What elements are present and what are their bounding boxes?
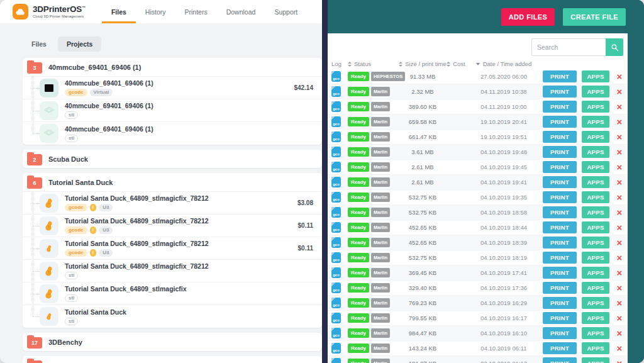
tab-projects[interactable]: Projects <box>58 36 101 52</box>
print-button[interactable]: PRINT <box>543 191 577 203</box>
gcode-log-icon[interactable]: gco <box>331 162 341 172</box>
column-header-cost[interactable]: Cost <box>445 60 467 67</box>
nav-item-files[interactable]: Files <box>102 0 136 23</box>
delete-icon[interactable]: × <box>613 343 626 353</box>
delete-icon[interactable]: × <box>613 162 626 172</box>
gcode-log-icon[interactable]: gco <box>331 222 341 233</box>
file-row[interactable]: Tutorial Santa Duck_64809_stlmagicfix_78… <box>23 260 322 282</box>
apps-button[interactable]: APPS <box>582 267 609 279</box>
apps-button[interactable]: APPS <box>582 161 609 173</box>
delete-icon[interactable]: × <box>613 117 626 126</box>
gcode-log-icon[interactable]: gco <box>331 116 341 127</box>
apps-button[interactable]: APPS <box>582 101 609 113</box>
delete-icon[interactable]: × <box>613 132 626 142</box>
nav-item-support[interactable]: Support <box>265 0 307 23</box>
file-row[interactable]: 40mmcube_69401_69406 (1)stl <box>23 122 322 145</box>
delete-icon[interactable]: × <box>613 177 626 187</box>
project-folder-row[interactable]: 6Tutorial Santa Duck <box>23 173 322 191</box>
delete-icon[interactable]: × <box>613 147 626 157</box>
delete-icon[interactable]: × <box>613 359 626 363</box>
apps-button[interactable]: APPS <box>582 70 609 82</box>
print-button[interactable]: PRINT <box>543 101 577 113</box>
gcode-log-icon[interactable]: gco <box>331 267 341 278</box>
apps-button[interactable]: APPS <box>582 131 609 143</box>
apps-button[interactable]: APPS <box>582 146 609 158</box>
project-folder-row[interactable]: 2Scuba Duck <box>23 150 322 168</box>
file-row[interactable]: Tutorial Santa Duck_64809_stlmagicfix_78… <box>23 237 322 260</box>
file-row[interactable]: 40mmcube_69401_69406 (1)gcodeVirtual$42.… <box>23 77 322 99</box>
print-button[interactable]: PRINT <box>543 221 577 233</box>
print-button[interactable]: PRINT <box>543 237 577 249</box>
delete-icon[interactable]: × <box>613 268 626 277</box>
apps-button[interactable]: APPS <box>582 191 609 203</box>
gcode-log-icon[interactable]: gco <box>331 71 341 82</box>
nav-item-download[interactable]: Download <box>217 0 265 23</box>
search-button[interactable] <box>606 38 623 56</box>
gcode-log-icon[interactable]: gco <box>331 298 341 308</box>
project-folder-row[interactable]: 340mmcube_69401_69406 (1) <box>23 58 322 76</box>
file-row[interactable]: Tutorial Santa Duck_64809_stlmagicfix_78… <box>23 192 322 215</box>
delete-icon[interactable]: × <box>613 238 626 247</box>
file-row[interactable]: 40mmcube_69401_69406 (1)stl <box>23 99 322 122</box>
gcode-log-icon[interactable]: gco <box>331 192 341 203</box>
gcode-log-icon[interactable]: gco <box>331 147 341 157</box>
apps-button[interactable]: APPS <box>582 206 609 218</box>
print-button[interactable]: PRINT <box>543 267 577 279</box>
file-row[interactable]: Tutorial Santa Duck_64809_stlmagicfixstl <box>23 282 322 305</box>
apps-button[interactable]: APPS <box>582 297 609 309</box>
delete-icon[interactable]: × <box>613 313 626 323</box>
delete-icon[interactable]: × <box>613 328 626 338</box>
print-button[interactable]: PRINT <box>543 327 577 339</box>
delete-icon[interactable]: × <box>613 102 626 111</box>
print-button[interactable]: PRINT <box>543 146 577 158</box>
print-button[interactable]: PRINT <box>543 161 577 173</box>
print-button[interactable]: PRINT <box>543 116 577 128</box>
delete-icon[interactable]: × <box>613 223 626 232</box>
apps-button[interactable]: APPS <box>582 282 609 294</box>
apps-button[interactable]: APPS <box>582 342 609 354</box>
gcode-log-icon[interactable]: gco <box>331 237 341 248</box>
apps-button[interactable]: APPS <box>582 252 609 264</box>
gcode-log-icon[interactable]: gco <box>331 177 341 187</box>
delete-icon[interactable]: × <box>613 193 626 202</box>
add-files-button[interactable]: ADD FILES <box>501 8 555 26</box>
gcode-log-icon[interactable]: gco <box>331 343 341 354</box>
file-row[interactable]: Tutorial Santa Duck_64809_stlmagicfix_78… <box>23 215 322 237</box>
delete-icon[interactable]: × <box>613 87 626 96</box>
print-button[interactable]: PRINT <box>543 86 577 98</box>
print-button[interactable]: PRINT <box>543 176 577 188</box>
print-button[interactable]: PRINT <box>543 297 577 309</box>
gcode-log-icon[interactable]: gco <box>331 358 341 363</box>
project-folder-row[interactable] <box>23 356 322 363</box>
gcode-log-icon[interactable]: gco <box>331 313 341 323</box>
column-header-status[interactable]: Status <box>348 60 401 67</box>
delete-icon[interactable]: × <box>613 72 626 81</box>
nav-item-printers[interactable]: Printers <box>175 0 217 23</box>
gcode-log-icon[interactable]: gco <box>331 282 341 293</box>
apps-button[interactable]: APPS <box>582 327 609 339</box>
search-input[interactable] <box>531 38 606 56</box>
print-button[interactable]: PRINT <box>543 312 577 324</box>
apps-button[interactable]: APPS <box>582 237 609 249</box>
print-button[interactable]: PRINT <box>543 357 577 363</box>
delete-icon[interactable]: × <box>613 208 626 217</box>
nav-item-history[interactable]: History <box>136 0 175 23</box>
tab-files[interactable]: Files <box>23 36 55 52</box>
project-folder-row[interactable]: 173DBenchy <box>23 333 322 351</box>
apps-button[interactable]: APPS <box>582 312 609 324</box>
gcode-log-icon[interactable]: gco <box>331 101 341 112</box>
print-button[interactable]: PRINT <box>543 342 577 354</box>
gcode-log-icon[interactable]: gco <box>331 252 341 263</box>
create-file-button[interactable]: CREATE FILE <box>563 8 626 26</box>
apps-button[interactable]: APPS <box>582 176 609 188</box>
print-button[interactable]: PRINT <box>543 70 577 82</box>
apps-button[interactable]: APPS <box>582 221 609 233</box>
apps-button[interactable]: APPS <box>582 357 609 363</box>
column-header-size-print-time[interactable]: Size / print time <box>401 60 445 67</box>
file-row[interactable]: Tutorial Santa Duckstl <box>23 305 322 328</box>
apps-button[interactable]: APPS <box>582 86 609 98</box>
delete-icon[interactable]: × <box>613 298 626 308</box>
column-header-date-time-added[interactable]: Date / Time added <box>467 60 540 67</box>
print-button[interactable]: PRINT <box>543 206 577 218</box>
print-button[interactable]: PRINT <box>543 282 577 294</box>
